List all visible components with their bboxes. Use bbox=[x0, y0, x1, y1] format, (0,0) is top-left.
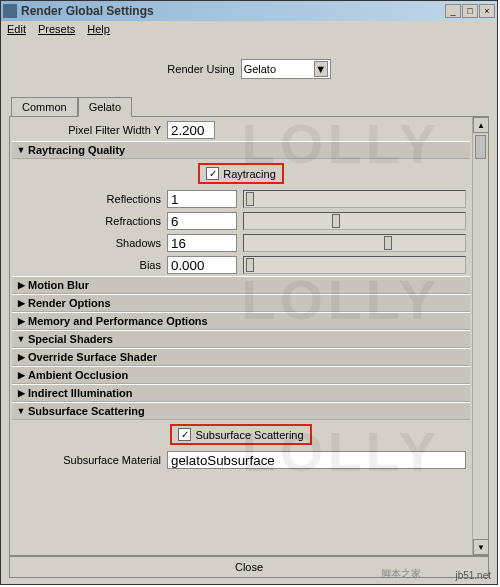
section-override-surface-shader[interactable]: ▶Override Surface Shader bbox=[12, 348, 470, 366]
raytracing-highlight: ✓ Raytracing bbox=[198, 163, 284, 184]
render-using-label: Render Using bbox=[167, 63, 234, 75]
collapse-down-icon: ▼ bbox=[14, 406, 28, 416]
section-motion-blur[interactable]: ▶Motion Blur bbox=[12, 276, 470, 294]
tab-strip: Common Gelato bbox=[11, 97, 489, 117]
tab-common[interactable]: Common bbox=[11, 97, 78, 117]
reflections-slider[interactable] bbox=[243, 190, 466, 208]
refractions-input[interactable] bbox=[167, 212, 237, 230]
raytracing-checkbox[interactable]: ✓ bbox=[206, 167, 219, 180]
section-subsurface-scattering[interactable]: ▼Subsurface Scattering bbox=[12, 402, 470, 420]
settings-panel: LOLLY LOLLY LOLLY Pixel Filter Width Y ▼… bbox=[9, 116, 489, 556]
sss-checkbox[interactable]: ✓ bbox=[178, 428, 191, 441]
close-window-button[interactable]: × bbox=[479, 4, 495, 18]
render-using-row: Render Using Gelato ▼ bbox=[9, 45, 489, 97]
section-label: Indirect Illumination bbox=[28, 387, 133, 399]
expand-right-icon: ▶ bbox=[14, 352, 28, 362]
section-label: Render Options bbox=[28, 297, 111, 309]
sss-highlight: ✓ Subsurface Scattering bbox=[170, 424, 311, 445]
close-label: Close bbox=[235, 561, 263, 573]
app-icon bbox=[3, 4, 17, 18]
section-label: Motion Blur bbox=[28, 279, 89, 291]
window-title: Render Global Settings bbox=[21, 4, 445, 18]
sss-material-input[interactable] bbox=[167, 451, 466, 469]
expand-right-icon: ▶ bbox=[14, 370, 28, 380]
expand-right-icon: ▶ bbox=[14, 388, 28, 398]
maximize-button[interactable]: □ bbox=[462, 4, 478, 18]
bias-input[interactable] bbox=[167, 256, 237, 274]
chevron-down-icon: ▼ bbox=[314, 61, 328, 77]
watermark-site-cn: 脚本之家 bbox=[381, 567, 421, 581]
menubar: Edit Presets Help bbox=[1, 21, 497, 37]
minimize-button[interactable]: _ bbox=[445, 4, 461, 18]
section-special-shaders[interactable]: ▼Special Shaders bbox=[12, 330, 470, 348]
scroll-down-icon[interactable]: ▼ bbox=[473, 539, 489, 555]
shadows-input[interactable] bbox=[167, 234, 237, 252]
section-render-options[interactable]: ▶Render Options bbox=[12, 294, 470, 312]
refractions-label: Refractions bbox=[12, 215, 167, 227]
scroll-thumb[interactable] bbox=[475, 135, 486, 159]
expand-right-icon: ▶ bbox=[14, 280, 28, 290]
render-using-value: Gelato bbox=[244, 63, 276, 75]
shadows-slider[interactable] bbox=[243, 234, 466, 252]
section-label: Memory and Performance Options bbox=[28, 315, 208, 327]
bias-slider[interactable] bbox=[243, 256, 466, 274]
section-indirect-illumination[interactable]: ▶Indirect Illumination bbox=[12, 384, 470, 402]
reflections-input[interactable] bbox=[167, 190, 237, 208]
reflections-label: Reflections bbox=[12, 193, 167, 205]
section-raytracing-quality[interactable]: ▼ Raytracing Quality bbox=[12, 141, 470, 159]
section-label: Subsurface Scattering bbox=[28, 405, 145, 417]
render-using-dropdown[interactable]: Gelato ▼ bbox=[241, 59, 331, 79]
expand-right-icon: ▶ bbox=[14, 316, 28, 326]
section-ambient-occlusion[interactable]: ▶Ambient Occlusion bbox=[12, 366, 470, 384]
section-label: Raytracing Quality bbox=[28, 144, 125, 156]
pixel-filter-label: Pixel Filter Width Y bbox=[12, 124, 167, 136]
menu-presets[interactable]: Presets bbox=[38, 23, 75, 35]
collapse-down-icon: ▼ bbox=[14, 334, 28, 344]
vertical-scrollbar[interactable]: ▲ ▼ bbox=[472, 117, 488, 555]
titlebar: Render Global Settings _ □ × bbox=[1, 1, 497, 21]
section-memory-performance[interactable]: ▶Memory and Performance Options bbox=[12, 312, 470, 330]
expand-right-icon: ▶ bbox=[14, 298, 28, 308]
raytracing-toggle-label: Raytracing bbox=[223, 168, 276, 180]
section-label: Ambient Occlusion bbox=[28, 369, 128, 381]
shadows-label: Shadows bbox=[12, 237, 167, 249]
section-label: Special Shaders bbox=[28, 333, 113, 345]
refractions-slider[interactable] bbox=[243, 212, 466, 230]
watermark-site-en: jb51.net bbox=[455, 570, 491, 581]
section-label: Override Surface Shader bbox=[28, 351, 157, 363]
bias-label: Bias bbox=[12, 259, 167, 271]
pixel-filter-input[interactable] bbox=[167, 121, 215, 139]
menu-edit[interactable]: Edit bbox=[7, 23, 26, 35]
render-globals-window: Render Global Settings _ □ × Edit Preset… bbox=[0, 0, 498, 585]
collapse-down-icon: ▼ bbox=[14, 145, 28, 155]
tab-gelato[interactable]: Gelato bbox=[78, 97, 132, 117]
scroll-up-icon[interactable]: ▲ bbox=[473, 117, 489, 133]
sss-material-label: Subsurface Material bbox=[12, 454, 167, 466]
sss-toggle-label: Subsurface Scattering bbox=[195, 429, 303, 441]
menu-help[interactable]: Help bbox=[87, 23, 110, 35]
